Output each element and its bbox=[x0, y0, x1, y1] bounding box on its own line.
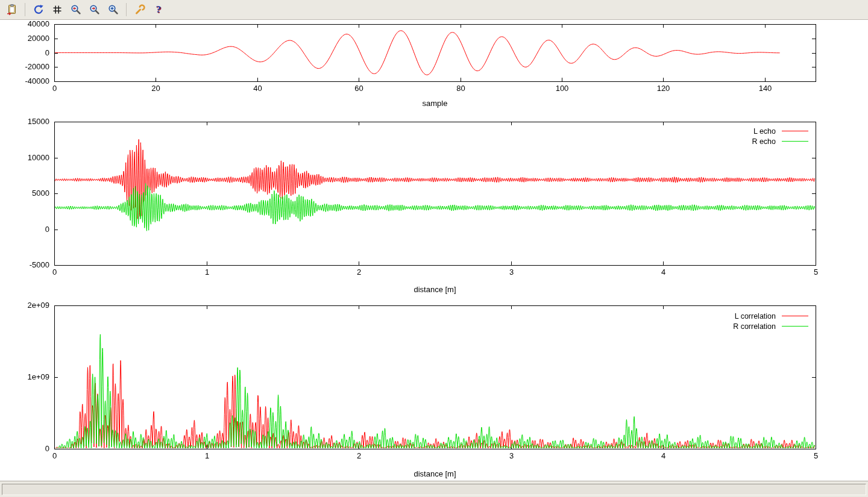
help-button[interactable]: ? ? bbox=[150, 2, 166, 18]
zoom-next-button[interactable] bbox=[86, 2, 102, 18]
status-bar bbox=[0, 481, 868, 497]
grid-toggle-button[interactable] bbox=[49, 2, 65, 18]
legend-line-sample bbox=[782, 131, 808, 131]
autoscale-button[interactable] bbox=[105, 2, 121, 18]
refresh-icon bbox=[33, 4, 45, 16]
plot-canvas[interactable] bbox=[0, 0, 868, 497]
legend-label: L correlation bbox=[735, 312, 776, 320]
plot2-xlabel: distance [m] bbox=[54, 285, 816, 294]
legend-line-sample bbox=[782, 326, 808, 327]
legend-entry: R correlation bbox=[733, 322, 808, 330]
clipboard-icon bbox=[6, 4, 18, 16]
legend-line-sample bbox=[782, 141, 808, 142]
magnifier-left-arrow-icon bbox=[70, 4, 82, 16]
toolbar-separator bbox=[25, 3, 25, 16]
question-mark-icon: ? ? bbox=[153, 4, 165, 16]
zoom-previous-button[interactable] bbox=[68, 2, 84, 18]
status-text bbox=[2, 484, 866, 495]
plot2-legend: L echoR echo bbox=[752, 127, 808, 145]
magnifier-plus-icon bbox=[107, 4, 119, 16]
copy-clipboard-button[interactable] bbox=[4, 2, 20, 18]
legend-entry: L correlation bbox=[735, 312, 808, 320]
plot3-legend: L correlationR correlation bbox=[733, 312, 808, 330]
legend-label: L echo bbox=[753, 127, 776, 136]
plot1-xlabel: sample bbox=[54, 99, 816, 108]
grid-icon bbox=[51, 4, 63, 16]
legend-line-sample bbox=[782, 316, 808, 316]
legend-label: R echo bbox=[752, 137, 776, 146]
magnifier-right-arrow-icon bbox=[89, 4, 101, 16]
wrench-icon bbox=[134, 4, 146, 16]
plot3-xlabel: distance [m] bbox=[54, 469, 816, 478]
legend-entry: R echo bbox=[752, 137, 808, 145]
legend-label: R correlation bbox=[733, 322, 776, 331]
toolbar: ? ? bbox=[0, 0, 868, 20]
toolbar-separator bbox=[126, 3, 127, 16]
config-button[interactable] bbox=[131, 2, 148, 18]
svg-text:?: ? bbox=[156, 4, 161, 15]
legend-entry: L echo bbox=[753, 127, 808, 135]
replot-button[interactable] bbox=[30, 2, 46, 18]
